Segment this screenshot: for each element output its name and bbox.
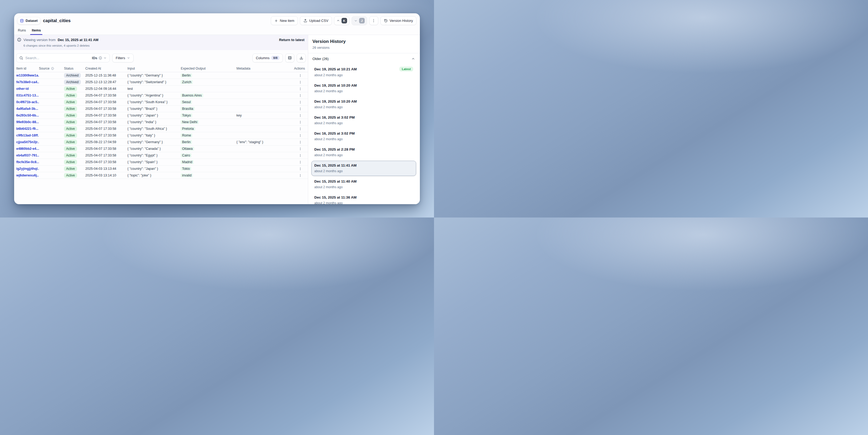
version-date: Dec 15, 2025 at 2:28 PM xyxy=(314,147,355,151)
row-actions-kebab-icon[interactable] xyxy=(297,166,303,172)
input-cell: { "country": "Egypt" } xyxy=(127,154,181,157)
info-icon xyxy=(17,38,21,42)
item-id-link[interactable]: 0c4f671b-ac5... xyxy=(16,100,39,104)
version-history-button[interactable]: Version History xyxy=(380,16,416,25)
status-cell: Active xyxy=(64,126,85,131)
row-actions-kebab-icon[interactable] xyxy=(297,126,303,132)
filters-button[interactable]: Filters xyxy=(112,54,133,62)
new-item-button[interactable]: New item xyxy=(271,16,298,25)
version-list-item[interactable]: Dec 19, 2025 at 10:21 AM Latest about 2 … xyxy=(311,64,416,80)
version-list-item[interactable]: Dec 16, 2025 at 3:02 PM about 2 months a… xyxy=(311,113,416,128)
status-badge: Active xyxy=(64,160,77,164)
version-list-item[interactable]: Dec 15, 2025 at 11:36 AM about 2 months … xyxy=(311,193,416,204)
row-actions-kebab-icon[interactable] xyxy=(297,146,303,152)
row-actions-kebab-icon[interactable] xyxy=(297,72,303,79)
row-actions-kebab-icon[interactable] xyxy=(297,79,303,85)
ids-dropdown[interactable]: IDs xyxy=(92,56,106,60)
status-badge: Active xyxy=(64,113,77,118)
expected-output-value: Ottawa xyxy=(181,147,194,151)
expected-output-cell: Seoul xyxy=(181,100,237,104)
item-id-link[interactable]: 4a95afa4-3b... xyxy=(16,107,39,111)
item-id-link[interactable]: fbcfe35e-0c8... xyxy=(16,160,39,164)
row-height-button[interactable] xyxy=(285,54,294,62)
row-actions-kebab-icon[interactable] xyxy=(297,173,303,178)
row-actions-kebab-icon[interactable] xyxy=(297,152,303,158)
created-at-cell: 2025-12-15 11:36:48 xyxy=(85,73,127,77)
item-id-link[interactable]: b6b64221-f9... xyxy=(16,127,39,131)
avatar: J xyxy=(359,18,365,24)
plus-icon xyxy=(274,19,278,23)
status-cell: Archived xyxy=(64,80,85,85)
row-actions-kebab-icon[interactable] xyxy=(297,92,303,98)
status-cell: Active xyxy=(64,166,85,171)
status-cell: Active xyxy=(64,113,85,118)
columns-button[interactable]: Columns 8/8 xyxy=(252,54,283,62)
table-row: wj6dwrwxu6j... Active 2025-04-03 13:14:1… xyxy=(14,172,308,179)
items-table-body: w1330t9ww1a... Archived 2025-12-15 11:36… xyxy=(14,72,308,179)
tab-runs[interactable]: Runs xyxy=(18,27,26,35)
row-actions-kebab-icon[interactable] xyxy=(297,132,303,138)
version-list-item[interactable]: Dec 15, 2025 at 2:28 PM about 2 months a… xyxy=(311,145,416,160)
expected-output-value: Tokio xyxy=(181,167,191,170)
version-list-item[interactable]: Dec 19, 2025 at 10:20 AM about 2 months … xyxy=(311,97,416,112)
version-relative-time: about 2 months ago xyxy=(314,201,413,204)
row-actions-kebab-icon[interactable] xyxy=(297,86,303,92)
upload-csv-button[interactable]: Upload CSV xyxy=(300,16,332,25)
expand-user-j-button[interactable]: J xyxy=(352,16,367,25)
row-actions-kebab-icon[interactable] xyxy=(297,159,303,165)
row-actions-kebab-icon[interactable] xyxy=(297,113,303,118)
info-icon xyxy=(51,67,54,70)
actions-cell xyxy=(294,139,306,145)
download-button[interactable] xyxy=(297,54,306,62)
item-id-link[interactable]: w1330t9ww1a... xyxy=(16,73,39,77)
item-id-link[interactable]: fe7b38e0-ca4... xyxy=(16,80,39,84)
item-id-link[interactable]: c9fb13ad-18ff... xyxy=(16,133,39,137)
version-relative-time: about 2 months ago xyxy=(314,169,413,173)
item-id-link[interactable]: 031c4751-13... xyxy=(16,94,39,97)
actions-cell xyxy=(294,92,306,98)
version-list-item[interactable]: Dec 15, 2025 at 11:40 AM about 2 months … xyxy=(311,177,416,192)
item-id-link[interactable]: 99e93b0c-88... xyxy=(16,120,39,124)
column-header-metadata: Metadata xyxy=(237,67,294,70)
version-relative-time: about 2 months ago xyxy=(314,153,413,157)
tab-items[interactable]: Items xyxy=(31,27,41,35)
banner-version-date: Dec 15, 2025 at 11:41 AM xyxy=(58,38,98,42)
item-id-link[interactable]: cjjoa5it75n3jr... xyxy=(16,140,39,144)
item-id-link[interactable]: eb4af037-791... xyxy=(16,154,39,157)
row-actions-kebab-icon[interactable] xyxy=(297,99,303,105)
expected-output-cell: Tokio xyxy=(181,167,237,170)
app-window: Dataset capital_cities New item Upload C… xyxy=(14,13,420,204)
actions-cell xyxy=(294,146,306,152)
status-badge: Active xyxy=(64,93,77,98)
row-actions-kebab-icon[interactable] xyxy=(297,139,303,145)
version-relative-time: about 2 months ago xyxy=(314,121,413,125)
more-options-button[interactable] xyxy=(369,16,378,25)
search-input[interactable] xyxy=(25,56,90,60)
created-at-cell: 2025-04-03 13:13:44 xyxy=(85,167,127,170)
collapse-user-k-button[interactable]: K xyxy=(334,16,349,25)
item-id-link[interactable]: 6e293c50-6b... xyxy=(16,114,39,117)
actions-cell xyxy=(294,152,306,158)
older-versions-group-toggle[interactable]: Older (26) xyxy=(308,53,420,62)
table-row: 4a95afa4-3b... Active 2025-04-07 17:33:5… xyxy=(14,105,308,112)
item-id-link[interactable]: ig2yjingjj4hql... xyxy=(16,167,39,170)
table-row: fe7b38e0-ca4... Archived 2025-12-13 12:2… xyxy=(14,79,308,86)
table-row: b6b64221-f9... Active 2025-04-07 17:33:5… xyxy=(14,126,308,132)
version-list-item[interactable]: Dec 15, 2025 at 11:41 AM about 2 months … xyxy=(311,161,416,176)
item-id-link[interactable]: wj6dwrwxu6j... xyxy=(16,174,39,177)
info-icon xyxy=(99,56,102,60)
input-cell: { "country": "Japan" } xyxy=(127,167,181,170)
status-badge: Active xyxy=(64,133,77,138)
input-cell: { "country": "Spain" } xyxy=(127,160,181,164)
status-cell: Active xyxy=(64,173,85,178)
row-actions-kebab-icon[interactable] xyxy=(297,119,303,125)
expected-output-cell: Madrid xyxy=(181,160,237,164)
item-id-link[interactable]: e4860bb2-e4... xyxy=(16,147,39,151)
item-id-link[interactable]: other-id xyxy=(16,87,39,91)
version-list-item[interactable]: Dec 19, 2025 at 10:20 AM about 2 months … xyxy=(311,81,416,96)
version-list-item[interactable]: Dec 16, 2025 at 3:02 PM about 2 months a… xyxy=(311,129,416,144)
dataset-type-pill: Dataset xyxy=(18,17,40,24)
row-actions-kebab-icon[interactable] xyxy=(297,106,303,112)
return-to-latest-link[interactable]: Return to latest xyxy=(279,38,304,42)
version-date: Dec 19, 2025 at 10:20 AM xyxy=(314,84,357,87)
